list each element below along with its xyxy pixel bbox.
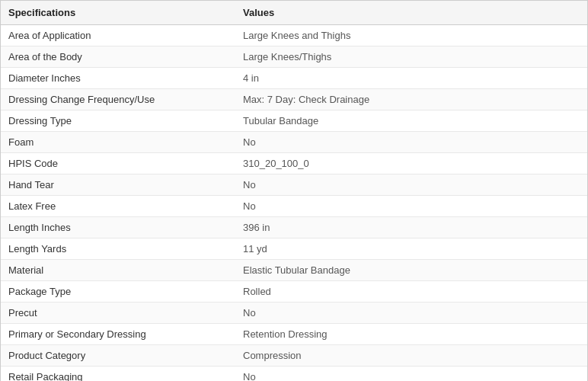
value-cell: 11 yd [235,239,587,260]
value-cell: No [235,303,587,324]
values-column-header: Values [235,1,587,25]
table-row: Package TypeRolled [1,281,587,303]
spec-cell: Length Yards [1,239,235,260]
spec-cell: HPIS Code [1,153,235,174]
table-row: Diameter Inches4 in [1,68,587,89]
spec-cell: Length Inches [1,217,235,239]
table-row: Length Inches396 in [1,217,587,239]
spec-cell: Material [1,260,235,281]
table-row: Area of the BodyLarge Knees/Thighs [1,46,587,68]
table-row: FoamNo [1,132,587,153]
spec-cell: Primary or Secondary Dressing [1,324,235,345]
value-cell: No [235,367,587,382]
value-cell: Retention Dressing [235,324,587,345]
spec-cell: Dressing Change Frequency/Use [1,89,235,110]
spec-cell: Foam [1,132,235,153]
value-cell: No [235,174,587,196]
specifications-table-container: Specifications Values Area of Applicatio… [0,0,588,381]
table-row: Dressing TypeTubular Bandage [1,110,587,132]
spec-cell: Product Category [1,345,235,367]
spec-cell: Area of the Body [1,46,235,68]
table-row: Hand TearNo [1,174,587,196]
spec-cell: Diameter Inches [1,68,235,89]
specifications-table: Specifications Values Area of Applicatio… [1,1,587,381]
spec-cell: Area of Application [1,25,235,46]
table-row: HPIS Code310_20_100_0 [1,153,587,174]
value-cell: 4 in [235,68,587,89]
value-cell: Large Knees/Thighs [235,46,587,68]
table-row: Length Yards11 yd [1,239,587,260]
value-cell: Elastic Tubular Bandage [235,260,587,281]
spec-cell: Package Type [1,281,235,303]
table-row: Product CategoryCompression [1,345,587,367]
spec-cell: Precut [1,303,235,324]
table-row: Area of ApplicationLarge Knees and Thigh… [1,25,587,46]
value-cell: No [235,196,587,217]
table-row: Primary or Secondary DressingRetention D… [1,324,587,345]
value-cell: Compression [235,345,587,367]
table-header-row: Specifications Values [1,1,587,25]
value-cell: 310_20_100_0 [235,153,587,174]
spec-cell: Dressing Type [1,110,235,132]
specifications-column-header: Specifications [1,1,235,25]
table-row: MaterialElastic Tubular Bandage [1,260,587,281]
spec-cell: Retail Packaging [1,367,235,382]
value-cell: No [235,132,587,153]
value-cell: Rolled [235,281,587,303]
value-cell: Max: 7 Day: Check Drainage [235,89,587,110]
value-cell: Tubular Bandage [235,110,587,132]
spec-cell: Hand Tear [1,174,235,196]
table-row: PrecutNo [1,303,587,324]
table-row: Retail PackagingNo [1,367,587,382]
table-row: Latex FreeNo [1,196,587,217]
value-cell: 396 in [235,217,587,239]
table-row: Dressing Change Frequency/UseMax: 7 Day:… [1,89,587,110]
value-cell: Large Knees and Thighs [235,25,587,46]
spec-cell: Latex Free [1,196,235,217]
